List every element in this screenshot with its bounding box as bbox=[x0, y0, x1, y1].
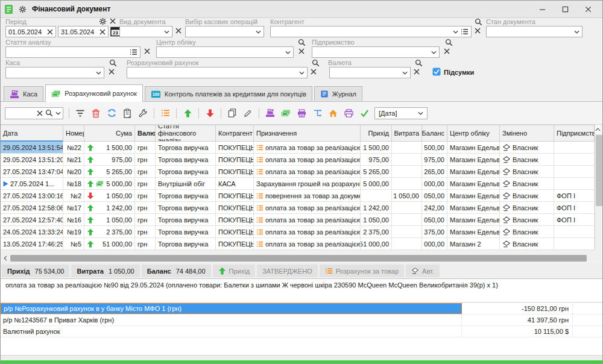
cashbox-clear-icon[interactable] bbox=[109, 69, 115, 75]
column-header[interactable]: Підприємство bbox=[554, 125, 595, 142]
list-menu-icon[interactable] bbox=[130, 49, 137, 55]
column-header[interactable]: Номер bbox=[63, 125, 84, 142]
horizontal-scrollbar[interactable] bbox=[1, 254, 603, 263]
income-button[interactable] bbox=[182, 107, 193, 120]
table-row[interactable]: 29.05.2024 13:51:20№21975,00грнТоргова в… bbox=[1, 154, 603, 166]
table-row[interactable]: 29.05.2024 13:51:54№221 500,00грнТоргова… bbox=[1, 142, 603, 154]
tab-1[interactable]: Каса bbox=[4, 86, 43, 101]
chevron-down-icon[interactable] bbox=[55, 111, 61, 115]
account-select[interactable] bbox=[127, 67, 308, 78]
column-header[interactable]: Дата bbox=[1, 125, 63, 142]
table-row[interactable]: 24.05.2024 13:33:24№192 375,00грнТоргова… bbox=[1, 226, 603, 238]
print-button[interactable] bbox=[296, 107, 307, 120]
center-search-icon[interactable] bbox=[298, 39, 306, 46]
transfer-button[interactable] bbox=[312, 107, 323, 120]
center-label: Центр обліку bbox=[156, 39, 196, 46]
period-settings-icon[interactable] bbox=[99, 17, 107, 25]
filter-button[interactable] bbox=[75, 107, 86, 120]
settings-button[interactable] bbox=[137, 107, 148, 120]
search-icon[interactable] bbox=[45, 109, 53, 117]
maximize-button[interactable] bbox=[554, 2, 576, 16]
minimize-button[interactable] bbox=[531, 2, 553, 16]
expense-button[interactable] bbox=[204, 107, 215, 120]
table-row[interactable]: 27.05.2024 12:58:06№171 242,00грнТоргова… bbox=[1, 202, 603, 214]
contragent-clear-icon[interactable] bbox=[475, 28, 481, 34]
doc-state-select[interactable] bbox=[486, 26, 582, 37]
contragent-search-icon[interactable] bbox=[475, 18, 482, 26]
table-row[interactable]: 27.05.2024 12:57:40№161 050,00грнТоргова… bbox=[1, 214, 603, 226]
group-by-select[interactable]: [Дата] bbox=[374, 107, 428, 119]
cashbox-select[interactable] bbox=[5, 67, 104, 78]
tab-3[interactable]: 100Контроль платежів за кредитами для по… bbox=[145, 86, 312, 101]
account-row[interactable]: Валютний рахунок10 115,00 $ bbox=[1, 326, 603, 337]
cash-ops-select[interactable] bbox=[185, 26, 264, 37]
enterprise-clear-icon[interactable] bbox=[444, 48, 450, 54]
cell: грн bbox=[135, 154, 156, 166]
analysis-field[interactable] bbox=[5, 46, 140, 58]
column-header[interactable]: Витрата bbox=[392, 125, 422, 142]
contragent-combo[interactable] bbox=[270, 26, 472, 37]
account-search-icon[interactable] bbox=[312, 59, 320, 67]
column-header[interactable]: Сума bbox=[84, 125, 135, 142]
cashbox-search-icon[interactable] bbox=[109, 59, 117, 67]
date-from-clear-icon[interactable] bbox=[47, 29, 53, 35]
close-button[interactable] bbox=[577, 2, 599, 16]
center-clear-icon[interactable] bbox=[298, 48, 305, 54]
home-button[interactable] bbox=[327, 107, 338, 120]
scroll-up-button[interactable] bbox=[595, 125, 601, 135]
cash-register-button[interactable] bbox=[265, 107, 276, 120]
account-clear-icon[interactable] bbox=[311, 69, 317, 75]
column-header[interactable]: Стаття фінансового аналізу bbox=[156, 125, 216, 142]
column-header[interactable]: Контрагент bbox=[216, 125, 254, 142]
currency-search-icon[interactable] bbox=[415, 59, 423, 67]
search-clear-icon[interactable] bbox=[37, 110, 43, 116]
enterprise-search-icon[interactable] bbox=[445, 39, 453, 46]
paste-button[interactable] bbox=[122, 107, 133, 120]
vertical-scrollbar-thumb[interactable] bbox=[596, 135, 603, 206]
delete-button[interactable] bbox=[90, 107, 101, 120]
account-row[interactable]: р/р №1243567 в Приват Харків (грн)41 397… bbox=[1, 315, 603, 326]
column-header[interactable]: Прихід bbox=[361, 125, 392, 142]
currency-select[interactable] bbox=[329, 67, 411, 78]
period-clear-icon[interactable] bbox=[110, 18, 116, 24]
table-row[interactable]: 27.05.2024 1...№185 000,00грнВнутрішній … bbox=[1, 178, 603, 190]
table-row[interactable]: 27.05.2024 13:47:04№205 265,00грнТоргова… bbox=[1, 166, 603, 178]
column-header[interactable]: Змінено bbox=[500, 125, 554, 142]
cell: Магазин 2 bbox=[447, 238, 500, 250]
scroll-left-button[interactable] bbox=[1, 254, 10, 263]
edit-button[interactable] bbox=[242, 107, 253, 120]
search-input[interactable] bbox=[8, 109, 34, 118]
table-row[interactable]: 13.05.2024 17:46:25№551 000,00грнТоргова… bbox=[1, 238, 603, 250]
currency-clear-icon[interactable] bbox=[414, 69, 420, 75]
vertical-scrollbar[interactable] bbox=[595, 125, 603, 250]
refresh-button[interactable] bbox=[106, 107, 117, 120]
date-to-field[interactable]: 31.05.2024 bbox=[58, 26, 109, 37]
tab-4[interactable]: Журнал bbox=[314, 86, 362, 101]
table-row[interactable]: 27.05.2024 13:00:16№21 050,00грнТоргова … bbox=[1, 190, 603, 202]
doc-type-clear-icon[interactable] bbox=[175, 28, 182, 34]
cell bbox=[554, 166, 595, 178]
gear-icon[interactable] bbox=[19, 5, 27, 13]
column-header[interactable]: Валют bbox=[135, 125, 156, 142]
enterprise-select[interactable] bbox=[312, 46, 440, 58]
sum-value: 975,00 bbox=[112, 156, 132, 163]
tab-2[interactable]: Розрахунковий рахунок bbox=[45, 84, 143, 102]
column-header[interactable]: Призначення bbox=[254, 125, 361, 142]
goods-list-button[interactable] bbox=[160, 107, 171, 120]
account-row[interactable]: р/р №Розрахунковий рахунок в у банку Міс… bbox=[1, 303, 603, 315]
totals-checkbox[interactable] bbox=[432, 67, 441, 76]
search-box[interactable] bbox=[5, 107, 63, 119]
analysis-clear-icon[interactable] bbox=[144, 48, 150, 54]
copy-button[interactable] bbox=[227, 107, 238, 120]
center-select[interactable] bbox=[156, 46, 294, 58]
date-from-field[interactable]: 01.05.2024 bbox=[5, 26, 56, 37]
date-to-clear-icon[interactable] bbox=[99, 29, 106, 35]
column-header[interactable]: Центр обліку bbox=[447, 125, 500, 142]
bank-account-button[interactable] bbox=[280, 107, 291, 120]
column-header[interactable]: Баланс bbox=[422, 125, 447, 142]
doc-type-select[interactable] bbox=[119, 26, 172, 37]
print-preview-button[interactable] bbox=[343, 107, 354, 120]
approve-button[interactable] bbox=[359, 107, 370, 120]
horizontal-scrollbar-thumb[interactable] bbox=[10, 255, 587, 262]
list-menu-icon[interactable] bbox=[461, 28, 469, 35]
